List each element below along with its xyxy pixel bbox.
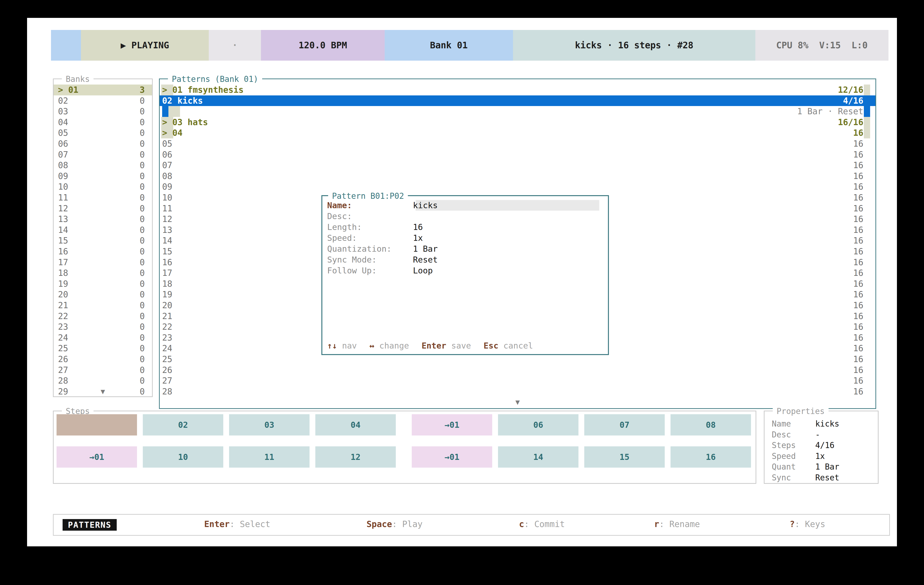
bank-pattern-count: 0: [140, 311, 145, 322]
bank-row[interactable]: 210: [54, 300, 152, 311]
pattern-edit-modal: Pattern B01:P02 Name:kicksDesc:Length:16…: [322, 195, 609, 355]
step-cell-note[interactable]: 08: [670, 414, 751, 435]
step-cell-note[interactable]: 03: [229, 414, 310, 435]
bank-number: 26: [58, 354, 68, 365]
topbar-segment-bank[interactable]: Bank 01: [384, 30, 513, 61]
modal-name-input[interactable]: [416, 200, 599, 211]
pattern-step-ratio: 16/16: [838, 117, 863, 128]
step-cell-jump[interactable]: →01: [412, 414, 492, 435]
modal-field-row[interactable]: Quantization:1 Bar: [327, 244, 603, 254]
bank-row[interactable]: 190: [54, 278, 152, 289]
bank-row[interactable]: 100: [54, 181, 152, 192]
bank-pattern-count: 0: [140, 332, 145, 343]
bank-row[interactable]: 080: [54, 160, 152, 171]
pattern-step-ratio: 16: [853, 138, 863, 149]
bank-row[interactable]: 240: [54, 332, 152, 343]
pattern-row[interactable]: 0516: [160, 138, 875, 149]
bank-row[interactable]: 130: [54, 214, 152, 225]
properties-panel: Properties NamekicksDesc-Steps4/16Speed1…: [764, 410, 879, 484]
step-cell-note[interactable]: 12: [315, 447, 396, 468]
pattern-row[interactable]: 0716: [160, 160, 875, 171]
pattern-label: 07: [162, 160, 172, 171]
bank-row[interactable]: 280: [54, 375, 152, 386]
property-value: -: [815, 430, 820, 439]
bank-row[interactable]: 090: [54, 171, 152, 181]
bank-row[interactable]: 140: [54, 225, 152, 236]
bank-row[interactable]: 040: [54, 117, 152, 128]
footer-hint-label: : Commit: [524, 519, 565, 529]
modal-hint-label: change: [374, 341, 409, 351]
pattern-label: > 03 hats: [162, 117, 208, 128]
step-cell-jump[interactable]: →01: [56, 447, 137, 468]
modal-hint: ↑↓ nav: [327, 340, 357, 351]
step-cell-jump[interactable]: →01: [412, 447, 492, 468]
pattern-step-ratio: 16: [853, 235, 863, 246]
bank-row[interactable]: 060: [54, 138, 152, 149]
step-cell-note[interactable]: 02: [143, 414, 223, 435]
bank-row[interactable]: 220: [54, 311, 152, 322]
bank-row[interactable]: 020: [54, 96, 152, 106]
modal-field-row[interactable]: Name:kicks: [327, 200, 603, 211]
bank-number: 05: [58, 127, 68, 138]
pattern-row[interactable]: 2816: [160, 386, 875, 397]
scrollbar-thumb-segment[interactable]: [864, 84, 870, 96]
modal-field-row[interactable]: Desc:: [327, 211, 603, 222]
pattern-row[interactable]: > 01 fmsynthesis12/16: [160, 84, 875, 96]
bank-row[interactable]: 230: [54, 321, 152, 332]
scrollbar-thumb-segment[interactable]: [864, 96, 870, 117]
pattern-row[interactable]: 2516: [160, 354, 875, 365]
bank-number: 27: [58, 365, 68, 376]
bank-row[interactable]: 200: [54, 289, 152, 300]
bank-row[interactable]: 150: [54, 235, 152, 246]
step-cell-note[interactable]: 04: [315, 414, 396, 435]
topbar-segment-bpm[interactable]: 120.0 BPM: [261, 30, 384, 61]
step-cell-note[interactable]: 11: [229, 447, 310, 468]
bank-row[interactable]: 110: [54, 192, 152, 203]
bank-row[interactable]: 270: [54, 365, 152, 376]
properties-panel-title: Properties: [773, 406, 828, 417]
step-cell-note[interactable]: 06: [498, 414, 579, 435]
patterns-more-indicator: ▼: [160, 397, 875, 408]
bank-row[interactable]: 180: [54, 268, 152, 278]
pattern-step-ratio: 16: [853, 332, 863, 343]
bank-number: 20: [58, 289, 68, 300]
step-cell-note[interactable]: 16: [670, 447, 751, 468]
pattern-row[interactable]: 0916: [160, 181, 875, 192]
pattern-row[interactable]: 2616: [160, 365, 875, 376]
step-cell-active[interactable]: [56, 414, 137, 435]
modal-field-row[interactable]: Length:16: [327, 222, 603, 232]
bank-row[interactable]: 170: [54, 257, 152, 268]
bank-row[interactable]: 120: [54, 203, 152, 214]
modal-field-row[interactable]: Speed:1x: [327, 232, 603, 244]
step-cell-note[interactable]: 10: [143, 447, 223, 468]
bank-pattern-count: 0: [140, 268, 145, 278]
pattern-row[interactable]: > 03 hats16/16: [160, 117, 875, 128]
step-cell-note[interactable]: 07: [584, 414, 665, 435]
pattern-row[interactable]: 0816: [160, 171, 875, 181]
modal-field-value: Loop: [413, 265, 433, 276]
bank-row[interactable]: 160: [54, 246, 152, 257]
step-cell-note[interactable]: 15: [584, 447, 665, 468]
property-row: Speed1x: [772, 451, 874, 462]
bank-row[interactable]: 070: [54, 149, 152, 160]
bank-row[interactable]: 290: [54, 386, 152, 397]
bank-pattern-count: 0: [140, 278, 145, 289]
pattern-row[interactable]: > 0416: [160, 127, 875, 138]
scrollbar-thumb-segment[interactable]: [864, 117, 870, 138]
step-cell-note[interactable]: 14: [498, 447, 579, 468]
pattern-row[interactable]: 0616: [160, 149, 875, 160]
bank-row[interactable]: 050: [54, 127, 152, 138]
bank-row[interactable]: 030: [54, 106, 152, 117]
bank-row[interactable]: 250: [54, 343, 152, 354]
bank-pattern-count: 0: [140, 96, 145, 106]
bank-row[interactable]: > 013: [54, 84, 152, 96]
modal-field-value: 16: [413, 222, 423, 232]
bank-number: 19: [58, 278, 68, 289]
pattern-step-ratio: 16: [853, 354, 863, 365]
bank-row[interactable]: 260: [54, 354, 152, 365]
pattern-row[interactable]: 2716: [160, 375, 875, 386]
pattern-row[interactable]: 02 kicks4/16: [160, 96, 875, 106]
topbar-segment-transport[interactable]: ▶ PLAYING: [81, 30, 209, 61]
modal-field-row[interactable]: Sync Mode:Reset: [327, 254, 603, 265]
modal-field-row[interactable]: Follow Up:Loop: [327, 265, 603, 276]
